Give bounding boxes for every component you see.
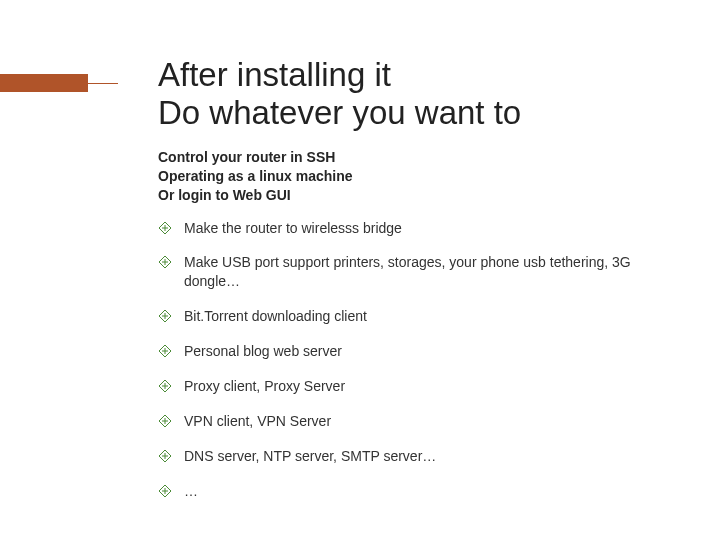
- accent-line: [88, 83, 118, 84]
- slide: After installing it Do whatever you want…: [0, 0, 720, 540]
- diamond-icon: [158, 484, 172, 498]
- content-area: After installing it Do whatever you want…: [158, 56, 670, 517]
- diamond-icon: [158, 309, 172, 323]
- list-item: Make USB port support printers, storages…: [158, 253, 670, 291]
- accent-block: [0, 74, 88, 92]
- list-item: DNS server, NTP server, SMTP server…: [158, 447, 670, 466]
- title-line-2: Do whatever you want to: [158, 94, 521, 131]
- list-item-text: DNS server, NTP server, SMTP server…: [184, 448, 436, 464]
- list-item: Personal blog web server: [158, 342, 670, 361]
- list-item: Bit.Torrent downloading client: [158, 307, 670, 326]
- slide-title: After installing it Do whatever you want…: [158, 56, 670, 132]
- sub-line-1: Control your router in SSH: [158, 149, 335, 165]
- diamond-icon: [158, 221, 172, 235]
- sub-line-3: Or login to Web GUI: [158, 187, 291, 203]
- list-item-text: VPN client, VPN Server: [184, 413, 331, 429]
- list-item: …: [158, 482, 670, 501]
- diamond-icon: [158, 414, 172, 428]
- list-item-text: Make USB port support printers, storages…: [184, 254, 631, 289]
- sub-line-2: Operating as a linux machine: [158, 168, 353, 184]
- bullet-list: Make the router to wirelesss bridge Make…: [158, 219, 670, 501]
- list-item: Proxy client, Proxy Server: [158, 377, 670, 396]
- list-item: VPN client, VPN Server: [158, 412, 670, 431]
- diamond-icon: [158, 449, 172, 463]
- list-item-text: Bit.Torrent downloading client: [184, 308, 367, 324]
- diamond-icon: [158, 255, 172, 269]
- title-line-1: After installing it: [158, 56, 391, 93]
- diamond-icon: [158, 344, 172, 358]
- list-item: Make the router to wirelesss bridge: [158, 219, 670, 238]
- list-item-text: …: [184, 483, 198, 499]
- list-item-text: Proxy client, Proxy Server: [184, 378, 345, 394]
- slide-subtitle: Control your router in SSH Operating as …: [158, 148, 670, 205]
- diamond-icon: [158, 379, 172, 393]
- list-item-text: Personal blog web server: [184, 343, 342, 359]
- list-item-text: Make the router to wirelesss bridge: [184, 220, 402, 236]
